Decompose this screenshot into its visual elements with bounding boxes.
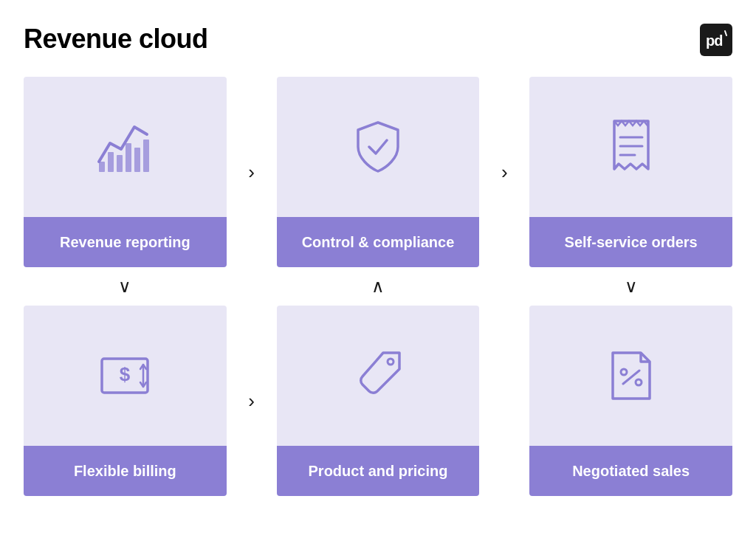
svg-rect-4 <box>126 143 131 172</box>
control-compliance-label: Control & compliance <box>277 217 480 267</box>
svg-point-15 <box>621 369 627 375</box>
card-flexible-billing[interactable]: $ Flexible billing <box>24 306 227 496</box>
svg-point-16 <box>636 379 642 385</box>
arrow-right-2: › <box>479 77 529 267</box>
svg-text:pd: pd <box>706 32 722 49</box>
flexible-billing-icon-area: $ <box>24 306 227 446</box>
svg-rect-1 <box>99 162 105 172</box>
arrow-right-4 <box>479 306 529 496</box>
card-control-compliance[interactable]: Control & compliance <box>277 77 480 267</box>
self-service-orders-icon-area <box>529 77 732 217</box>
product-pricing-icon-area <box>277 306 480 446</box>
receipt-icon <box>598 114 664 180</box>
negotiated-sales-icon-area <box>529 306 732 446</box>
svg-rect-5 <box>134 148 140 172</box>
card-self-service-orders[interactable]: Self-service orders <box>529 77 732 267</box>
page-title: Revenue cloud <box>24 24 208 55</box>
negotiated-sales-label: Negotiated sales <box>529 446 732 496</box>
arrow-down-3: ∨ <box>529 267 732 306</box>
billing-icon: $ <box>92 342 158 409</box>
arrow-up-2: ∧ <box>277 267 480 306</box>
main-grid: Revenue reporting › Control & compliance… <box>24 77 732 496</box>
arrow-down-1: ∨ <box>24 267 227 306</box>
svg-rect-3 <box>117 155 123 172</box>
shield-check-icon <box>345 114 411 180</box>
chart-icon <box>92 114 158 180</box>
card-negotiated-sales[interactable]: Negotiated sales <box>529 306 732 496</box>
discount-icon <box>598 342 664 409</box>
flexible-billing-label: Flexible billing <box>24 446 227 496</box>
svg-line-14 <box>623 371 639 384</box>
arrow-right-3: › <box>227 306 277 496</box>
arrows-between-rows: ∨ ∧ ∨ <box>24 267 732 306</box>
revenue-reporting-icon-area <box>24 77 227 217</box>
tag-icon <box>345 342 411 409</box>
revenue-reporting-label: Revenue reporting <box>24 217 227 267</box>
self-service-orders-label: Self-service orders <box>529 217 732 267</box>
svg-rect-6 <box>143 140 149 172</box>
logo-badge: pd <box>700 24 732 56</box>
card-revenue-reporting[interactable]: Revenue reporting <box>24 77 227 267</box>
control-compliance-icon-area <box>277 77 480 217</box>
svg-point-13 <box>388 359 394 365</box>
page-header: Revenue cloud pd <box>24 24 732 56</box>
card-product-pricing[interactable]: Product and pricing <box>277 306 480 496</box>
arrow-right-1: › <box>227 77 277 267</box>
svg-text:$: $ <box>120 363 131 385</box>
svg-rect-2 <box>108 152 114 172</box>
product-pricing-label: Product and pricing <box>277 446 480 496</box>
